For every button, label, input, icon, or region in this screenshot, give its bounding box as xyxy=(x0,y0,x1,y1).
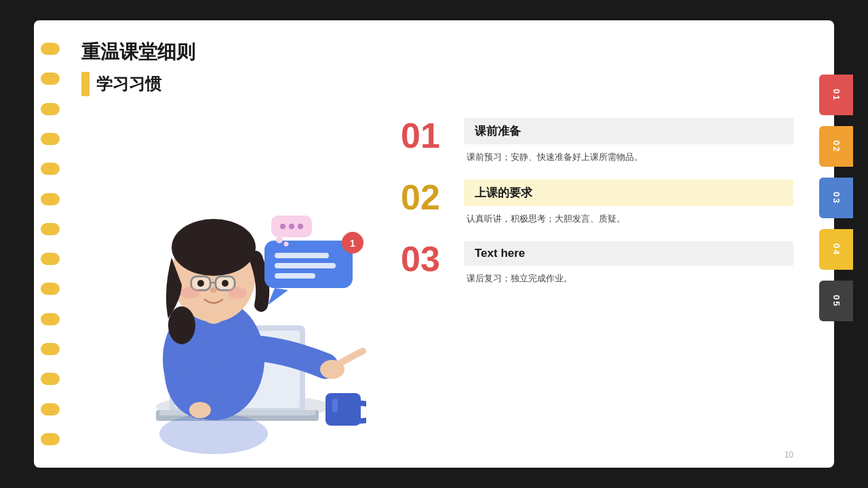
spiral-hole xyxy=(41,313,60,325)
svg-point-24 xyxy=(210,287,217,293)
slide-header: 重温课堂细则 学习习惯 xyxy=(34,20,834,104)
item-desc-03: 课后复习；独立完成作业。 xyxy=(464,271,793,286)
tab-03[interactable]: 03 xyxy=(819,178,853,218)
item-title-03: Text here xyxy=(475,247,525,260)
svg-point-11 xyxy=(189,402,211,418)
svg-rect-26 xyxy=(275,253,329,258)
item-title-box-01: 课前准备 xyxy=(464,118,793,144)
content-item-02: 02 上课的要求 认真听讲，积极思考；大胆发言、质疑。 xyxy=(393,180,793,226)
tab-04[interactable]: 04 xyxy=(819,229,853,270)
item-body-02: 上课的要求 认真听讲，积极思考；大胆发言、质疑。 xyxy=(464,180,793,226)
illustration-area: 1 xyxy=(81,111,366,454)
svg-rect-27 xyxy=(275,263,336,268)
content-item-01: 01 课前准备 课前预习；安静、快速准备好上课所需物品。 xyxy=(393,118,793,165)
main-title: 重温课堂细则 xyxy=(81,39,793,65)
item-number-03: 03 xyxy=(393,241,448,277)
svg-point-20 xyxy=(197,280,204,287)
illustration-svg: 1 xyxy=(81,142,366,454)
spiral-hole xyxy=(41,163,60,175)
svg-point-22 xyxy=(180,287,199,299)
item-desc-02: 认真听讲，积极思考；大胆发言、质疑。 xyxy=(464,211,793,226)
svg-rect-6 xyxy=(332,399,338,412)
item-body-03: Text here 课后复习；独立完成作业。 xyxy=(464,241,793,286)
item-title-box-03: Text here xyxy=(464,241,793,266)
spiral-hole xyxy=(41,193,60,205)
svg-point-36 xyxy=(298,224,303,229)
spiral-hole xyxy=(41,253,60,265)
content-item-03: 03 Text here 课后复习；独立完成作业。 xyxy=(393,241,793,286)
svg-point-33 xyxy=(284,242,289,247)
item-number-01: 01 xyxy=(393,118,448,153)
svg-point-34 xyxy=(280,224,285,229)
svg-point-32 xyxy=(276,237,283,243)
page-number: 10 xyxy=(785,450,793,460)
content-area: 1 01 课前准备 课前预习；安静、快速准备好上课所需物 xyxy=(34,104,834,468)
right-content: 01 课前准备 课前预习；安静、快速准备好上课所需物品。 02 上课的要求 认真… xyxy=(393,111,793,454)
right-tabs: 01 02 03 04 05 xyxy=(819,75,853,321)
sub-title-accent xyxy=(81,72,90,96)
tab-05[interactable]: 05 xyxy=(819,281,853,321)
slide: 01 02 03 04 05 重温课堂细则 学习习惯 xyxy=(34,20,834,468)
spiral-hole xyxy=(41,433,60,445)
sub-title: 学习习惯 xyxy=(96,73,161,95)
spiral-hole xyxy=(41,43,60,55)
item-title-box-02: 上课的要求 xyxy=(464,180,793,206)
item-title-01: 课前准备 xyxy=(475,125,521,138)
svg-text:1: 1 xyxy=(350,238,355,249)
spiral-hole xyxy=(41,283,60,295)
spiral-hole xyxy=(41,403,60,415)
spiral-binding xyxy=(34,20,66,468)
spiral-hole xyxy=(41,73,60,85)
sub-title-bar: 学习习惯 xyxy=(81,72,793,96)
tab-02[interactable]: 02 xyxy=(819,126,853,167)
spiral-hole xyxy=(41,373,60,385)
svg-rect-28 xyxy=(275,273,315,279)
item-desc-01: 课前预习；安静、快速准备好上课所需物品。 xyxy=(464,150,793,165)
spiral-hole xyxy=(41,223,60,235)
spiral-hole xyxy=(41,133,60,145)
tab-01[interactable]: 01 xyxy=(819,75,853,115)
svg-rect-5 xyxy=(326,393,361,426)
svg-point-23 xyxy=(228,287,247,299)
svg-point-13 xyxy=(172,219,256,276)
spiral-hole xyxy=(41,343,60,355)
spiral-hole xyxy=(41,103,60,115)
svg-point-21 xyxy=(222,280,229,287)
svg-point-35 xyxy=(289,224,294,229)
svg-point-14 xyxy=(168,306,195,344)
item-body-01: 课前准备 课前预习；安静、快速准备好上课所需物品。 xyxy=(464,118,793,165)
item-number-02: 02 xyxy=(393,180,448,215)
item-title-02: 上课的要求 xyxy=(475,186,532,199)
